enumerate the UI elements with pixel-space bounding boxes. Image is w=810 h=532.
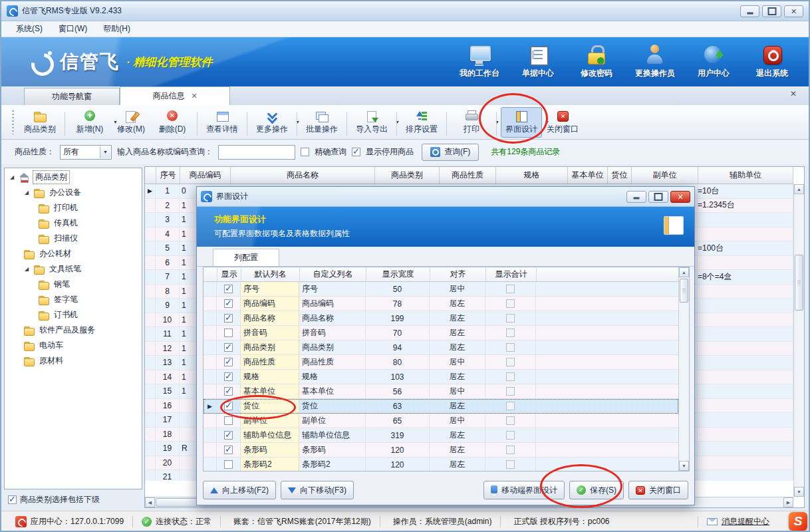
display-width[interactable]: 94	[366, 340, 430, 354]
grid-column-header[interactable]: 对齐	[430, 267, 486, 281]
search-input[interactable]	[218, 145, 295, 160]
tree-item[interactable]: 办公耗材	[5, 246, 142, 261]
grid-row[interactable]: 规格 规格 103 居左	[203, 370, 678, 384]
display-width[interactable]: 78	[366, 297, 430, 311]
tree-item[interactable]: 钢笔	[5, 277, 142, 292]
tree-item[interactable]: 文具纸笔	[5, 261, 142, 277]
column-header[interactable]: 货位	[608, 167, 632, 184]
sum-checkbox[interactable]	[506, 329, 515, 337]
dialog-close-window-button[interactable]: 关闭窗口	[628, 481, 688, 499]
grid-column-header[interactable]: 显示合计	[486, 267, 537, 281]
scroll-right-icon[interactable]: ▶	[783, 497, 793, 507]
custom-column-name[interactable]: 商品性质	[299, 355, 366, 369]
sum-checkbox[interactable]	[506, 402, 515, 410]
custom-column-name[interactable]: 副单位	[299, 414, 366, 428]
alignment[interactable]: 居左	[430, 311, 485, 325]
chevron-down-icon[interactable]: ▼	[100, 146, 110, 158]
alignment[interactable]: 居左	[430, 399, 485, 413]
maximize-button[interactable]	[762, 5, 781, 17]
alignment[interactable]: 居左	[430, 428, 485, 442]
menu-item[interactable]: 帮助(H)	[96, 22, 137, 36]
column-header[interactable]: 商品性质	[440, 167, 496, 184]
close-button[interactable]	[784, 5, 803, 17]
exact-query-checkbox[interactable]	[301, 148, 309, 156]
toolbar-button[interactable]: 排序设置	[401, 107, 442, 138]
toolbar-button[interactable]: 查看详情	[202, 107, 243, 138]
sum-checkbox[interactable]	[506, 285, 515, 293]
dialog-minimize-button[interactable]	[626, 191, 646, 203]
tree-expander-icon[interactable]	[23, 190, 30, 196]
toolbar-button[interactable]: 商品类别	[19, 107, 61, 138]
custom-column-name[interactable]: 条形码	[299, 443, 366, 457]
grid-row[interactable]: 序号 序号 50 居中	[203, 282, 678, 297]
include-sub-checkbox[interactable]	[8, 495, 17, 504]
column-header[interactable]: 序号	[156, 167, 180, 184]
scroll-down-icon[interactable]: ▼	[794, 487, 804, 497]
column-header[interactable]: 商品名称	[231, 167, 375, 184]
toolbar-button[interactable]: 导入导出 ▼	[351, 107, 392, 138]
save-button[interactable]: 保存(S)	[569, 481, 624, 499]
quick-launch-item[interactable]: 用户中心	[686, 45, 741, 79]
column-header[interactable]: 商品编码	[180, 167, 231, 184]
query-button[interactable]: 查询(F)	[422, 144, 479, 161]
custom-column-name[interactable]: 条形码2	[299, 458, 366, 471]
alignment[interactable]: 居中	[430, 355, 485, 369]
scroll-down-icon[interactable]: ▼	[679, 461, 689, 471]
grid-row[interactable]: 商品编码 商品编码 78 居左	[203, 297, 678, 311]
custom-column-name[interactable]: 序号	[299, 282, 366, 296]
grid-column-header[interactable]: 默认列名	[241, 267, 300, 281]
toolbar-button[interactable]: 修改(M)	[110, 107, 152, 138]
sum-checkbox[interactable]	[506, 446, 515, 454]
show-column-checkbox[interactable]	[224, 387, 233, 396]
alignment[interactable]: 居中	[430, 384, 485, 398]
show-disabled-checkbox[interactable]	[352, 148, 360, 156]
sum-checkbox[interactable]	[506, 343, 515, 352]
alignment[interactable]: 居左	[430, 370, 485, 384]
custom-column-name[interactable]: 基本单位	[299, 384, 366, 398]
custom-column-name[interactable]: 拼音码	[299, 326, 366, 340]
custom-column-name[interactable]: 商品类别	[299, 340, 366, 354]
column-header[interactable]: 辅助单位	[698, 167, 793, 184]
grid-row[interactable]: 商品性质 商品性质 80 居中	[203, 355, 678, 370]
scroll-left-icon[interactable]: ◀	[145, 497, 155, 507]
toolbar-button[interactable]: 关闭窗口	[542, 107, 583, 138]
alignment[interactable]: 居中	[430, 414, 485, 428]
vertical-scrollbar[interactable]: ▲ ▼	[793, 184, 804, 497]
column-header[interactable]: 基本单位	[568, 167, 608, 184]
grid-row[interactable]: 副单位 副单位 65 居中	[203, 414, 678, 428]
tree-item[interactable]: 办公设备	[5, 185, 142, 200]
dialog-maximize-button[interactable]	[648, 191, 668, 203]
quick-launch-item[interactable]: 退出系统	[745, 45, 799, 79]
tree-item[interactable]: 签字笔	[5, 292, 142, 307]
sum-checkbox[interactable]	[506, 431, 515, 440]
sum-checkbox[interactable]	[506, 387, 515, 396]
alignment[interactable]: 居左	[430, 458, 485, 471]
display-width[interactable]: 199	[366, 311, 430, 325]
dialog-close-button[interactable]	[670, 191, 690, 203]
quick-launch-item[interactable]: 修改密码	[569, 45, 624, 79]
dropdown-arrow-icon[interactable]: ▼	[395, 120, 400, 124]
toolbar-button[interactable]: 打印 ▼	[451, 107, 492, 138]
sum-checkbox[interactable]	[506, 416, 515, 425]
show-column-checkbox[interactable]	[224, 460, 233, 469]
tree-item[interactable]: 软件产品及服务	[5, 323, 142, 338]
scrollbar-thumb[interactable]	[680, 279, 688, 303]
tree-item[interactable]: 订书机	[5, 307, 142, 323]
display-width[interactable]: 70	[366, 326, 430, 340]
display-width[interactable]: 319	[366, 428, 430, 442]
column-header[interactable]: 副单位	[632, 167, 698, 184]
display-width[interactable]: 63	[366, 399, 430, 413]
tree-item[interactable]: 原材料	[5, 353, 142, 368]
show-column-checkbox[interactable]	[224, 299, 233, 308]
move-up-button[interactable]: 向上移动(F2)	[203, 481, 276, 499]
custom-column-name[interactable]: 商品编码	[299, 297, 366, 311]
grid-row[interactable]: 拼音码 拼音码 70 居左	[203, 326, 678, 340]
tree-item[interactable]: 扫描仪	[5, 231, 142, 246]
document-tab[interactable]: 功能导航窗	[24, 88, 120, 105]
grid-column-header[interactable]: 显示宽度	[366, 267, 430, 281]
show-column-checkbox[interactable]	[224, 372, 233, 381]
custom-column-name[interactable]: 辅助单位信息	[299, 428, 366, 442]
tree-expander-icon[interactable]	[23, 266, 30, 272]
quick-launch-item[interactable]: 单据中心	[511, 45, 565, 79]
quick-launch-item[interactable]: 更换操作员	[628, 45, 682, 79]
